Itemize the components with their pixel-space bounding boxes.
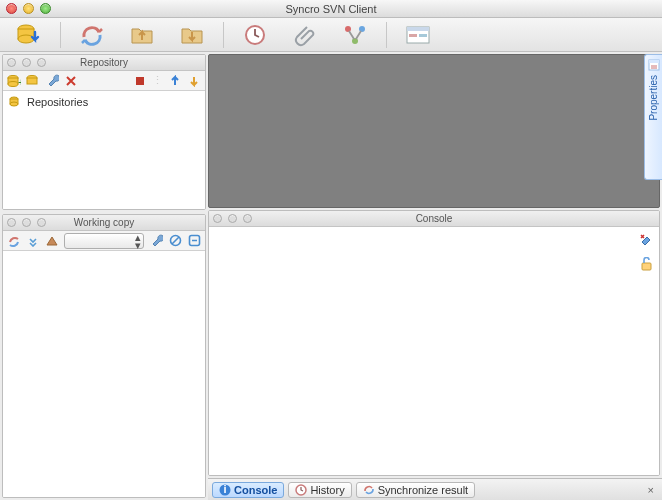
editor-area[interactable]: [208, 54, 660, 208]
arrow-down-icon: [188, 75, 200, 87]
svg-text:+: +: [18, 76, 21, 88]
tree-node-label: Repositories: [27, 96, 88, 108]
lock-open-icon: [640, 257, 653, 271]
svg-rect-9: [409, 34, 417, 37]
update-button[interactable]: [169, 20, 215, 50]
eraser-icon: [639, 233, 653, 247]
svg-rect-23: [642, 263, 651, 270]
x-icon: [65, 75, 77, 87]
flat-view-button[interactable]: [185, 232, 203, 250]
svg-point-20: [10, 102, 18, 106]
console-panel-header: Console: [209, 211, 659, 227]
right-column: Console i Console History: [208, 52, 662, 500]
bottom-tab-bar: i Console History Synchronize result ×: [208, 478, 662, 500]
tab-history[interactable]: History: [288, 482, 351, 498]
repositories-root-node[interactable]: Repositories: [7, 95, 201, 109]
properties-side-tab[interactable]: Properties: [644, 54, 662, 180]
refresh-icon: [7, 234, 21, 248]
branch-icon: [342, 23, 368, 47]
properties-icon: [648, 59, 660, 71]
repository-tree[interactable]: Repositories: [3, 91, 205, 209]
add-repo-button[interactable]: +: [5, 72, 23, 90]
wc-settings-button[interactable]: [147, 232, 165, 250]
tab-label: History: [310, 484, 344, 496]
no-entry-icon: [169, 234, 182, 247]
side-tab-label: Properties: [648, 75, 659, 121]
svg-rect-28: [649, 60, 659, 63]
toolbar-separator: [60, 22, 61, 48]
clear-console-button[interactable]: [637, 231, 655, 249]
folder-down-icon: [179, 23, 205, 47]
svg-rect-10: [419, 34, 427, 37]
tab-console[interactable]: i Console: [212, 482, 284, 498]
minus-square-icon: [188, 234, 201, 247]
go-up-button[interactable]: [166, 72, 184, 90]
chevrons-icon: [27, 235, 39, 247]
content-area: Repository + ⋮: [0, 52, 662, 500]
tab-label: Console: [234, 484, 277, 496]
wrench-icon: [149, 234, 163, 248]
tab-synchronize-result[interactable]: Synchronize result: [356, 482, 476, 498]
repository-toolbar: + ⋮: [3, 71, 205, 91]
repository-panel-title: Repository: [3, 57, 205, 68]
database-edit-icon: [26, 74, 40, 88]
working-copy-panel: Working copy ▴▾: [2, 214, 206, 498]
console-side-icons: [637, 231, 655, 273]
database-add-icon: +: [7, 74, 21, 88]
working-copy-tree[interactable]: [3, 251, 205, 497]
sync-arrows-icon: [79, 23, 105, 47]
refresh-button[interactable]: [5, 232, 23, 250]
layout-button[interactable]: [395, 20, 441, 50]
lock-scroll-button[interactable]: [637, 255, 655, 273]
chevron-updown-icon: ▴▾: [135, 233, 141, 249]
toolbar-separator: [223, 22, 224, 48]
ignore-button[interactable]: [166, 232, 184, 250]
filter-button[interactable]: [43, 232, 61, 250]
console-output[interactable]: [209, 227, 659, 475]
stop-icon: [135, 76, 145, 86]
database-download-icon: [15, 22, 43, 48]
svg-rect-16: [27, 78, 37, 84]
repository-panel-header: Repository: [3, 55, 205, 71]
sync-icon: [363, 484, 375, 496]
console-panel-title: Console: [209, 213, 659, 224]
close-tab-button[interactable]: ×: [644, 484, 658, 496]
triangle-icon: [46, 235, 58, 247]
delete-repo-button[interactable]: [62, 72, 80, 90]
clock-icon: [295, 484, 307, 496]
paperclip-icon: [293, 23, 317, 47]
working-copy-panel-title: Working copy: [3, 217, 205, 228]
tab-label: Synchronize result: [378, 484, 469, 496]
folder-up-icon: [129, 23, 155, 47]
console-panel: Console: [208, 210, 660, 476]
arrow-up-icon: [169, 75, 181, 87]
go-down-button[interactable]: [185, 72, 203, 90]
svg-rect-8: [407, 27, 429, 31]
toolbar-separator: [386, 22, 387, 48]
working-copy-panel-header: Working copy: [3, 215, 205, 231]
repository-panel: Repository + ⋮: [2, 54, 206, 210]
edit-repo-button[interactable]: [24, 72, 42, 90]
main-toolbar: [0, 18, 662, 52]
working-copy-selector[interactable]: ▴▾: [64, 233, 144, 249]
working-copy-toolbar: ▴▾: [3, 231, 205, 251]
svg-text:i: i: [223, 484, 226, 495]
commit-button[interactable]: [119, 20, 165, 50]
collapse-button[interactable]: [24, 232, 42, 250]
revision-graph-button[interactable]: [332, 20, 378, 50]
info-icon: i: [219, 484, 231, 496]
history-button[interactable]: [232, 20, 278, 50]
titlebar: Syncro SVN Client: [0, 0, 662, 18]
wrench-icon: [45, 74, 59, 88]
clock-icon: [243, 23, 267, 47]
repo-settings-button[interactable]: [43, 72, 61, 90]
annotate-button[interactable]: [282, 20, 328, 50]
stop-button[interactable]: [131, 72, 149, 90]
checkout-button[interactable]: [6, 20, 52, 50]
repositories-icon: [9, 96, 23, 108]
svg-rect-17: [136, 77, 144, 85]
layout-icon: [405, 24, 431, 46]
window-title: Syncro SVN Client: [0, 3, 662, 15]
sync-button[interactable]: [69, 20, 115, 50]
svg-point-13: [8, 81, 18, 86]
